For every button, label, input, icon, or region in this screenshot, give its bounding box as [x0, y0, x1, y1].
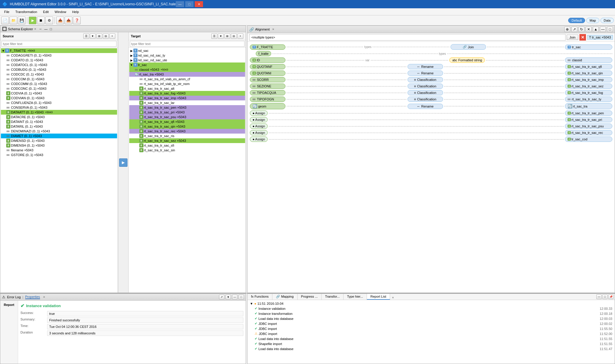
align-func-class-scorr[interactable]: ≡ Classification	[408, 77, 443, 82]
schema-explorer-maximize[interactable]: □	[50, 27, 52, 31]
target-item-trsac-imp[interactable]: 8 rt_sac_tra_tr_sac_imp ×5043	[129, 96, 245, 100]
source-item-codbudg[interactable]: CODBUDG (0..1) ×5043	[1, 67, 117, 72]
log-item-4[interactable]: ✔ JDBC import 11:55.50	[249, 326, 614, 331]
props-close-btn[interactable]: □	[239, 295, 244, 299]
target-collapse-btn[interactable]: ⊟	[231, 33, 237, 39]
log-item-3[interactable]: ✔ JDBC import 12:00.02	[249, 321, 614, 326]
view-map[interactable]: Map	[586, 18, 599, 23]
source-item-filename[interactable]: filename ×5043	[1, 148, 117, 153]
target-item-inf_viab_nom[interactable]: rt_sac_tra_inf_viab_tp_str_nom	[129, 81, 245, 86]
log-max-btn[interactable]: □	[602, 294, 608, 299]
source-item-codato[interactable]: CODATO (0..1) ×5043	[1, 58, 117, 62]
source-item-codvian[interactable]: 8 CODVIAN (0..1) ×5043	[1, 96, 117, 100]
trsac-expand-icon[interactable]: ▼	[130, 63, 133, 67]
source-item-codatocl[interactable]: CODATOCL (0..1) ×5043	[1, 62, 117, 67]
ndsacute-expand-icon[interactable]: ▶	[130, 58, 133, 62]
align-func-rename-qnf[interactable]: ↔ Rename	[408, 64, 443, 69]
tab-reportlist[interactable]: Report List	[367, 294, 390, 300]
target-item-trsac-psu[interactable]: 8 rt_sac_tra_tr_sac_psu ×5043	[129, 115, 245, 119]
source-item-codvia[interactable]: 8 CODVIA (0..1) ×5043	[1, 91, 117, 96]
align-func-join[interactable]: 🔗 Join	[451, 44, 486, 50]
log-item-0[interactable]: ✔ Instance validation 12:00.33	[249, 306, 614, 311]
log-item-1[interactable]: ✔ Instance transformation 12:00.18	[249, 311, 614, 316]
tb-open[interactable]: 📁	[9, 17, 17, 24]
target-item-trsac-fog[interactable]: 8 rt_sac_tra_tr_sac_fog ×5043	[129, 91, 245, 96]
maximize-button[interactable]: □	[185, 1, 194, 7]
source-item-codcdc[interactable]: CODCDC (0..1) ×5043	[1, 72, 117, 77]
target-item-trsac-pri[interactable]: 8 rt_sac_tra_tr_sac_pri ×5043	[129, 110, 245, 115]
align-assign-btn-4[interactable]: ● Assign	[250, 130, 268, 135]
menu-edit[interactable]: Edit	[40, 9, 52, 14]
tab-progress[interactable]: Progress ...	[298, 294, 322, 300]
tb-help[interactable]: ❓	[73, 17, 81, 24]
tb-settings[interactable]: ⚙	[45, 17, 53, 24]
target-item-trsac-pen[interactable]: 8 rt_sac_tra_tr_sac_pen ×5043	[129, 105, 245, 110]
tb-run[interactable]: ▶	[29, 17, 36, 24]
target-item-ndsac[interactable]: ▶ T nd_sac	[129, 48, 245, 53]
tb-stop[interactable]: ⏹	[37, 17, 45, 24]
align-func-class-sez[interactable]: ≡ Classification	[408, 84, 443, 89]
align-min-btn[interactable]: —	[600, 27, 606, 32]
schema-explorer-minimize[interactable]: —	[44, 27, 47, 31]
source-item-dimensd[interactable]: 8 DIMENSD (0..1) ×5043	[1, 138, 117, 143]
source-item-codaggreti[interactable]: CODAGGRETI (0..1) ×5043	[1, 53, 117, 58]
alignment-type-input[interactable]	[249, 34, 566, 41]
target-item-ndsacute[interactable]: ▶ T nd_sac_nd_sac_ute	[129, 58, 245, 62]
target-item-trsac-qfi[interactable]: 8 rt_sac_tra_tr_sac_qfi ×5043	[129, 119, 245, 124]
menu-window[interactable]: Window	[52, 9, 69, 14]
source-filter-input[interactable]	[1, 41, 116, 47]
log-item-6[interactable]: ✔ Load data into database 11:51.55	[249, 336, 614, 341]
source-add-btn[interactable]: +	[109, 33, 115, 39]
source-item-dataril[interactable]: 8 DATARIL (0..1) ×5043	[1, 124, 117, 129]
target-item-trsac-alt[interactable]: 8 rt_sac_tra_tr_sac_alt	[129, 86, 245, 91]
source-item-diamet[interactable]: DIAMET (0..1) ×5043	[1, 134, 117, 138]
tb-new[interactable]: 📄	[1, 17, 9, 24]
source-item-confluenza[interactable]: CONFLUENZA (0..1) ×5043	[1, 100, 117, 105]
log-pin-btn[interactable]: 📌	[608, 294, 614, 299]
source-collapse-btn[interactable]: ⊟	[103, 33, 109, 39]
target-item-rtsactra[interactable]: 🔄 rt_sac_tra ×5043	[129, 72, 245, 77]
target-item-trsac-sfi[interactable]: 8 rt_sac_tra_tr_sac_sfi	[129, 143, 245, 148]
source-item-dataatt[interactable]: 8 DATAATT (0..1) ×5043 ×5043	[1, 110, 117, 115]
log-item-2[interactable]: ✔ Load data into database 12:00.03	[249, 316, 614, 321]
source-item-ftratte[interactable]: ▼ T F_TRATTE ×5043	[1, 48, 117, 53]
tab-mapping[interactable]: 🔗 Mapping	[272, 294, 297, 300]
props-max-btn[interactable]: —	[232, 295, 237, 299]
align-func-class-tipf[interactable]: ≡ Classification	[408, 97, 443, 102]
tb-import[interactable]: 📥	[56, 17, 64, 24]
target-item-ndsacty[interactable]: ▶ T nd_sac_nd_sac_ty	[129, 53, 245, 58]
align-share-btn[interactable]: ⊕	[564, 27, 570, 32]
target-item-trsac-rec[interactable]: 8 rt_sac_tra_tr_sac_rec ×5043	[129, 129, 245, 134]
align-func-rename-geom[interactable]: ↔ Rename	[408, 104, 443, 109]
source-item-codcomm[interactable]: CODCOMM (0..1) ×5043	[1, 81, 117, 86]
log-min-btn[interactable]: —	[596, 294, 602, 299]
source-item-gstore[interactable]: GSTORE (0..1) ×5043	[1, 153, 117, 157]
menu-transformation[interactable]: Transformation	[12, 9, 40, 14]
source-item-dataint[interactable]: 8 DATAINT (0..1) ×5043	[1, 119, 117, 124]
ndsac-expand-icon[interactable]: ▶	[130, 49, 133, 52]
align-assign-btn-1[interactable]: ● Assign	[250, 110, 268, 116]
target-item-trsac-lar[interactable]: 8 rt_sac_tra_tr_sac_lar	[129, 100, 245, 105]
tab-transfor[interactable]: Transfor...	[322, 294, 344, 300]
target-list-btn[interactable]: ☰	[211, 33, 217, 39]
transfer-button[interactable]: ▶	[119, 158, 127, 167]
align-assign-btn-3[interactable]: ● Assign	[250, 124, 268, 129]
align-delete-btn[interactable]: ✕	[586, 27, 592, 32]
close-button[interactable]: ✕	[195, 1, 203, 7]
ndsacty-expand-icon[interactable]: ▶	[130, 54, 133, 57]
error-log-tab[interactable]: Error Log	[7, 295, 21, 299]
properties-tab[interactable]: Properties	[25, 295, 40, 299]
source-item-codconc[interactable]: CODCONC (0..1) ×5043	[1, 86, 117, 91]
align-refresh-btn[interactable]: ↻	[579, 27, 584, 32]
log-group-date[interactable]: ▼ ● 11:51 2016-10-04	[249, 301, 614, 306]
source-item-dimensh[interactable]: 8 DIMENSH (0..1) ×5043	[1, 143, 117, 148]
alignment-join-button[interactable]: Join	[567, 35, 578, 40]
view-default[interactable]: Default	[568, 18, 585, 23]
source-item-datacre[interactable]: 8 DATACRE (0..1) ×5043	[1, 115, 117, 119]
align-export-btn[interactable]: ↗	[571, 27, 577, 32]
target-item-trsac-ris[interactable]: 8 rt_sac_tra_tr_sac_ris	[129, 134, 245, 138]
source-filter-btn[interactable]: ▼	[90, 33, 96, 39]
menu-help[interactable]: Help	[69, 9, 82, 14]
props-new-btn[interactable]: ↗	[219, 295, 224, 299]
target-item-trsac-sin[interactable]: 8 rt_sac_tra_tr_sac_sin	[129, 148, 245, 153]
